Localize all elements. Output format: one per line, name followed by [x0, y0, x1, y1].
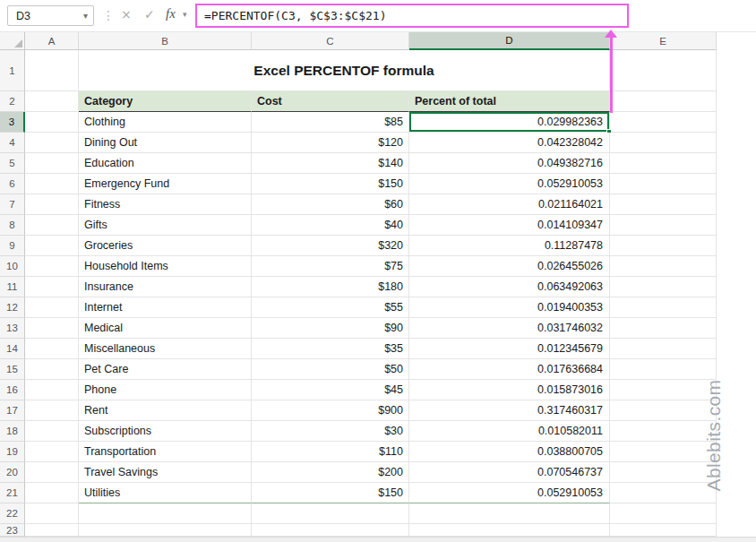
cell-b4[interactable]: Dining Out	[79, 133, 252, 153]
cell-b5[interactable]: Education	[79, 153, 252, 174]
cell-b7[interactable]: Fitness	[79, 194, 252, 215]
cell-b23[interactable]	[79, 524, 252, 537]
column-header-d[interactable]: D	[409, 32, 610, 50]
cell-a7[interactable]	[25, 194, 79, 215]
cell-c5[interactable]: $140	[252, 153, 409, 174]
row-header-3[interactable]: 3	[0, 112, 25, 133]
cell-c6[interactable]: $150	[252, 174, 409, 194]
cell-e10[interactable]	[610, 256, 717, 277]
cell-b13[interactable]: Medical	[79, 318, 252, 339]
row-header-15[interactable]: 15	[0, 359, 25, 380]
column-header-b[interactable]: B	[79, 32, 252, 50]
row-header-21[interactable]: 21	[0, 483, 25, 503]
cell-b12[interactable]: Internet	[79, 297, 252, 318]
row-header-18[interactable]: 18	[0, 421, 25, 442]
row-header-4[interactable]: 4	[0, 133, 25, 153]
row-header-13[interactable]: 13	[0, 318, 25, 339]
cell-a23[interactable]	[25, 524, 79, 537]
cell-a15[interactable]	[25, 359, 79, 380]
cell-b22[interactable]	[79, 503, 252, 524]
cell-d13[interactable]: 0.031746032	[409, 318, 610, 339]
row-header-9[interactable]: 9	[0, 236, 25, 256]
cell-e17[interactable]	[610, 400, 717, 421]
cell-e2[interactable]	[610, 91, 717, 112]
cell-e23[interactable]	[610, 524, 717, 537]
cell-a13[interactable]	[25, 318, 79, 339]
row-header-7[interactable]: 7	[0, 194, 25, 215]
row-header-23[interactable]: 23	[0, 524, 25, 537]
cell-c7[interactable]: $60	[252, 194, 409, 215]
cell-d21[interactable]: 0.052910053	[409, 483, 610, 503]
cell-b19[interactable]: Transportation	[79, 442, 252, 462]
cell-e14[interactable]	[610, 339, 717, 359]
cell-d8[interactable]: 0.014109347	[409, 215, 610, 236]
cell-a18[interactable]	[25, 421, 79, 442]
cell-b21[interactable]: Utilities	[79, 483, 252, 503]
cell-c20[interactable]: $200	[252, 462, 409, 483]
cell-a22[interactable]	[25, 503, 79, 524]
selected-cell-d3[interactable]: 0.029982363	[409, 112, 610, 133]
cell-c4[interactable]: $120	[252, 133, 409, 153]
cell-b8[interactable]: Gifts	[79, 215, 252, 236]
enter-icon[interactable]: ✓	[144, 7, 155, 22]
cell-e21[interactable]	[610, 483, 717, 503]
cell-c23[interactable]	[252, 524, 409, 537]
column-header-e[interactable]: E	[610, 32, 717, 50]
row-header-20[interactable]: 20	[0, 462, 25, 483]
cell-e20[interactable]	[610, 462, 717, 483]
cell-d20[interactable]: 0.070546737	[409, 462, 610, 483]
cell-e7[interactable]	[610, 194, 717, 215]
cell-a16[interactable]	[25, 380, 79, 400]
row-header-5[interactable]: 5	[0, 153, 25, 174]
cell-c21[interactable]: $150	[252, 483, 409, 503]
cell-e19[interactable]	[610, 442, 717, 462]
cell-c10[interactable]: $75	[252, 256, 409, 277]
row-header-2[interactable]: 2	[0, 91, 25, 112]
row-header-14[interactable]: 14	[0, 339, 25, 359]
select-all-corner[interactable]	[0, 32, 25, 50]
fill-handle[interactable]	[606, 129, 612, 133]
column-header-a[interactable]: A	[25, 32, 79, 50]
cell-a20[interactable]	[25, 462, 79, 483]
cell-d17[interactable]: 0.317460317	[409, 400, 610, 421]
cell-c12[interactable]: $55	[252, 297, 409, 318]
cell-a11[interactable]	[25, 277, 79, 297]
cell-d12[interactable]: 0.019400353	[409, 297, 610, 318]
cell-e3[interactable]	[610, 112, 717, 133]
row-header-8[interactable]: 8	[0, 215, 25, 236]
formula-input[interactable]: =PERCENTOF(C3, $C$3:$C$21)	[195, 4, 629, 28]
column-header-c[interactable]: C	[252, 32, 409, 50]
cell-a3[interactable]	[25, 112, 79, 133]
cell-e5[interactable]	[610, 153, 717, 174]
cell-a9[interactable]	[25, 236, 79, 256]
row-header-11[interactable]: 11	[0, 277, 25, 297]
cell-e6[interactable]	[610, 174, 717, 194]
cell-a21[interactable]	[25, 483, 79, 503]
table-header-cost[interactable]: Cost	[252, 91, 409, 112]
cell-e13[interactable]	[610, 318, 717, 339]
cell-c19[interactable]: $110	[252, 442, 409, 462]
cell-c9[interactable]: $320	[252, 236, 409, 256]
cell-b3[interactable]: Clothing	[79, 112, 252, 133]
cell-d11[interactable]: 0.063492063	[409, 277, 610, 297]
cell-b18[interactable]: Subscriptions	[79, 421, 252, 442]
cell-b17[interactable]: Rent	[79, 400, 252, 421]
cell-d16[interactable]: 0.015873016	[409, 380, 610, 400]
cell-a17[interactable]	[25, 400, 79, 421]
cell-b20[interactable]: Travel Savings	[79, 462, 252, 483]
cell-a14[interactable]	[25, 339, 79, 359]
cell-e11[interactable]	[610, 277, 717, 297]
name-box[interactable]: D3 ▾	[7, 5, 94, 26]
cell-d7[interactable]: 0.021164021	[409, 194, 610, 215]
row-header-10[interactable]: 10	[0, 256, 25, 277]
cell-a4[interactable]	[25, 133, 79, 153]
cell-a6[interactable]	[25, 174, 79, 194]
cell-a5[interactable]	[25, 153, 79, 174]
insert-function-icon[interactable]: fx	[166, 6, 176, 22]
cell-e8[interactable]	[610, 215, 717, 236]
cell-e4[interactable]	[610, 133, 717, 153]
cancel-icon[interactable]: ×	[121, 7, 132, 22]
cell-b9[interactable]: Groceries	[79, 236, 252, 256]
cell-c11[interactable]: $180	[252, 277, 409, 297]
cell-b15[interactable]: Pet Care	[79, 359, 252, 380]
